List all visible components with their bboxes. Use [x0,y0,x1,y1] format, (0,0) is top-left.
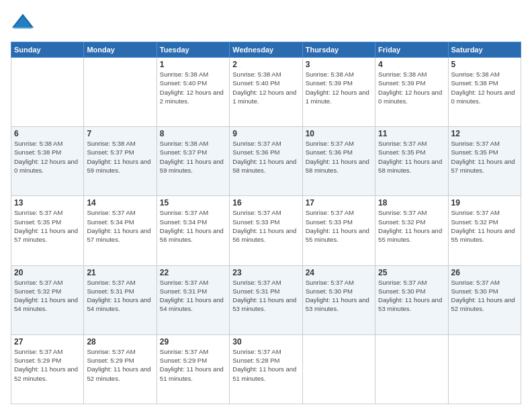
calendar-cell: 18Sunrise: 5:37 AM Sunset: 5:32 PM Dayli… [375,196,448,265]
calendar-week-2: 6Sunrise: 5:38 AM Sunset: 5:38 PM Daylig… [11,127,521,196]
day-info: Sunrise: 5:37 AM Sunset: 5:31 PM Dayligh… [160,278,226,314]
day-info: Sunrise: 5:38 AM Sunset: 5:38 PM Dayligh… [451,70,518,105]
day-info: Sunrise: 5:37 AM Sunset: 5:35 PM Dayligh… [378,139,445,175]
day-number: 8 [160,129,226,138]
day-info: Sunrise: 5:37 AM Sunset: 5:31 PM Dayligh… [232,278,299,314]
calendar-cell: 27Sunrise: 5:37 AM Sunset: 5:29 PM Dayli… [11,334,84,404]
day-number: 11 [378,129,445,138]
calendar-week-4: 20Sunrise: 5:37 AM Sunset: 5:32 PM Dayli… [11,265,521,334]
calendar-cell [84,58,157,127]
calendar-cell: 30Sunrise: 5:37 AM Sunset: 5:28 PM Dayli… [230,334,302,404]
day-number: 5 [451,60,518,69]
calendar-table: SundayMondayTuesdayWednesdayThursdayFrid… [11,42,521,404]
calendar-header-row: SundayMondayTuesdayWednesdayThursdayFrid… [11,42,521,58]
day-info: Sunrise: 5:37 AM Sunset: 5:33 PM Dayligh… [306,208,372,244]
day-number: 26 [451,268,518,277]
day-number: 6 [14,129,81,138]
day-info: Sunrise: 5:38 AM Sunset: 5:39 PM Dayligh… [378,70,445,105]
day-number: 25 [378,268,445,277]
calendar-cell: 22Sunrise: 5:37 AM Sunset: 5:31 PM Dayli… [157,265,229,334]
day-number: 21 [87,268,153,277]
day-info: Sunrise: 5:37 AM Sunset: 5:36 PM Dayligh… [232,139,299,175]
day-number: 30 [232,337,299,347]
day-info: Sunrise: 5:37 AM Sunset: 5:34 PM Dayligh… [87,208,153,244]
calendar-cell: 26Sunrise: 5:37 AM Sunset: 5:30 PM Dayli… [448,265,521,334]
day-info: Sunrise: 5:38 AM Sunset: 5:40 PM Dayligh… [160,70,226,105]
calendar-cell: 11Sunrise: 5:37 AM Sunset: 5:35 PM Dayli… [375,127,448,196]
day-header-thursday: Thursday [302,42,375,58]
page: SundayMondayTuesdayWednesdayThursdayFrid… [0,0,532,411]
calendar-cell [302,334,375,404]
day-number: 3 [306,60,372,69]
calendar-cell: 19Sunrise: 5:37 AM Sunset: 5:32 PM Dayli… [448,196,521,265]
calendar-cell: 24Sunrise: 5:37 AM Sunset: 5:30 PM Dayli… [302,265,375,334]
day-info: Sunrise: 5:37 AM Sunset: 5:29 PM Dayligh… [14,347,81,383]
logo [11,11,38,35]
day-number: 14 [87,198,153,208]
day-info: Sunrise: 5:37 AM Sunset: 5:32 PM Dayligh… [14,278,81,314]
calendar-cell: 23Sunrise: 5:37 AM Sunset: 5:31 PM Dayli… [230,265,302,334]
calendar-cell: 17Sunrise: 5:37 AM Sunset: 5:33 PM Dayli… [302,196,375,265]
day-info: Sunrise: 5:37 AM Sunset: 5:31 PM Dayligh… [87,278,153,314]
day-number: 9 [232,129,299,138]
calendar-cell: 12Sunrise: 5:37 AM Sunset: 5:35 PM Dayli… [448,127,521,196]
day-number: 28 [87,337,153,347]
calendar-cell: 28Sunrise: 5:37 AM Sunset: 5:29 PM Dayli… [84,334,157,404]
calendar-cell: 3Sunrise: 5:38 AM Sunset: 5:39 PM Daylig… [302,58,375,127]
calendar-cell: 2Sunrise: 5:38 AM Sunset: 5:40 PM Daylig… [230,58,302,127]
calendar-cell: 13Sunrise: 5:37 AM Sunset: 5:35 PM Dayli… [11,196,84,265]
calendar-cell: 9Sunrise: 5:37 AM Sunset: 5:36 PM Daylig… [230,127,302,196]
day-info: Sunrise: 5:37 AM Sunset: 5:33 PM Dayligh… [232,208,299,244]
day-number: 23 [232,268,299,277]
day-header-saturday: Saturday [448,42,521,58]
day-header-wednesday: Wednesday [230,42,302,58]
calendar-cell: 14Sunrise: 5:37 AM Sunset: 5:34 PM Dayli… [84,196,157,265]
calendar-cell: 16Sunrise: 5:37 AM Sunset: 5:33 PM Dayli… [230,196,302,265]
day-number: 22 [160,268,226,277]
calendar-week-5: 27Sunrise: 5:37 AM Sunset: 5:29 PM Dayli… [11,334,521,404]
calendar-cell: 15Sunrise: 5:37 AM Sunset: 5:34 PM Dayli… [157,196,229,265]
day-number: 18 [378,198,445,208]
calendar-cell: 20Sunrise: 5:37 AM Sunset: 5:32 PM Dayli… [11,265,84,334]
day-info: Sunrise: 5:37 AM Sunset: 5:30 PM Dayligh… [451,278,518,314]
day-number: 1 [160,60,226,69]
day-number: 16 [232,198,299,208]
day-info: Sunrise: 5:37 AM Sunset: 5:28 PM Dayligh… [232,347,299,383]
calendar-week-3: 13Sunrise: 5:37 AM Sunset: 5:35 PM Dayli… [11,196,521,265]
day-number: 4 [378,60,445,69]
calendar-cell [375,334,448,404]
calendar-cell: 5Sunrise: 5:38 AM Sunset: 5:38 PM Daylig… [448,58,521,127]
calendar-cell [448,334,521,404]
day-info: Sunrise: 5:37 AM Sunset: 5:35 PM Dayligh… [451,139,518,175]
logo-icon [11,11,35,35]
calendar-cell: 25Sunrise: 5:37 AM Sunset: 5:30 PM Dayli… [375,265,448,334]
day-number: 2 [232,60,299,69]
calendar-cell: 7Sunrise: 5:38 AM Sunset: 5:37 PM Daylig… [84,127,157,196]
day-number: 29 [160,337,226,347]
day-number: 10 [306,129,372,138]
day-info: Sunrise: 5:37 AM Sunset: 5:30 PM Dayligh… [306,278,372,314]
day-number: 19 [451,198,518,208]
day-info: Sunrise: 5:38 AM Sunset: 5:38 PM Dayligh… [14,139,81,175]
header [11,11,521,35]
calendar-cell: 6Sunrise: 5:38 AM Sunset: 5:38 PM Daylig… [11,127,84,196]
calendar-cell: 10Sunrise: 5:37 AM Sunset: 5:36 PM Dayli… [302,127,375,196]
day-info: Sunrise: 5:37 AM Sunset: 5:34 PM Dayligh… [160,208,226,244]
day-info: Sunrise: 5:37 AM Sunset: 5:29 PM Dayligh… [87,347,153,383]
day-info: Sunrise: 5:38 AM Sunset: 5:37 PM Dayligh… [160,139,226,175]
day-number: 13 [14,198,81,208]
calendar-week-1: 1Sunrise: 5:38 AM Sunset: 5:40 PM Daylig… [11,58,521,127]
day-number: 20 [14,268,81,277]
calendar-cell: 21Sunrise: 5:37 AM Sunset: 5:31 PM Dayli… [84,265,157,334]
day-info: Sunrise: 5:38 AM Sunset: 5:37 PM Dayligh… [87,139,153,175]
day-info: Sunrise: 5:37 AM Sunset: 5:35 PM Dayligh… [14,208,81,244]
calendar-cell [11,58,84,127]
day-number: 24 [306,268,372,277]
day-header-tuesday: Tuesday [157,42,229,58]
calendar-cell: 4Sunrise: 5:38 AM Sunset: 5:39 PM Daylig… [375,58,448,127]
day-info: Sunrise: 5:37 AM Sunset: 5:29 PM Dayligh… [160,347,226,383]
day-info: Sunrise: 5:37 AM Sunset: 5:32 PM Dayligh… [378,208,445,244]
day-number: 27 [14,337,81,347]
day-number: 7 [87,129,153,138]
day-header-friday: Friday [375,42,448,58]
